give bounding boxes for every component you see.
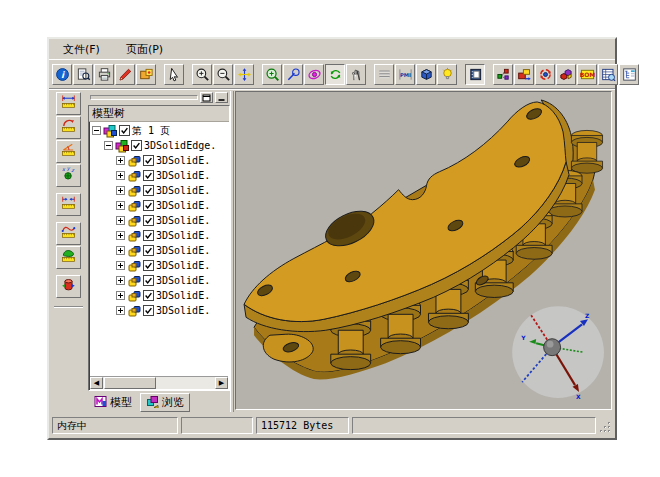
expand-icon[interactable] bbox=[116, 186, 125, 195]
scroll-right-button[interactable]: ▶ bbox=[215, 377, 228, 389]
spin-button[interactable] bbox=[325, 64, 345, 85]
expand-icon[interactable] bbox=[116, 231, 125, 240]
tree-item[interactable]: 3DSolidE. bbox=[90, 153, 228, 168]
expand-icon[interactable] bbox=[116, 246, 125, 255]
tree-item-label: 3DSolidE. bbox=[156, 245, 210, 256]
part-structure-button[interactable] bbox=[493, 64, 513, 85]
zoom-out-button[interactable] bbox=[213, 64, 233, 85]
notebook-button[interactable] bbox=[465, 64, 485, 85]
tree-item-checkbox[interactable] bbox=[143, 230, 154, 241]
expand-icon[interactable] bbox=[116, 216, 125, 225]
expand-icon[interactable] bbox=[116, 291, 125, 300]
viewport-3d[interactable]: Z X Y bbox=[235, 91, 612, 410]
status-cell-memory: 内存中 bbox=[52, 417, 178, 434]
tree-item-label: 3DSolidE. bbox=[156, 305, 210, 316]
scroll-thumb[interactable] bbox=[104, 377, 156, 389]
palette-button[interactable] bbox=[136, 64, 156, 85]
tree-item[interactable]: 3DSolidE. bbox=[90, 273, 228, 288]
part-icon bbox=[127, 259, 141, 273]
tree-item-checkbox[interactable] bbox=[143, 245, 154, 256]
dim-distance-button[interactable] bbox=[56, 193, 81, 216]
expand-icon[interactable] bbox=[116, 156, 125, 165]
view-box-button[interactable] bbox=[416, 64, 436, 85]
panel-hide-button[interactable] bbox=[215, 92, 228, 103]
select-cursor-button[interactable] bbox=[164, 64, 184, 85]
panel-splitter[interactable] bbox=[230, 91, 234, 412]
pan-hand-button[interactable] bbox=[346, 64, 366, 85]
tree-item[interactable]: 3DSolidE. bbox=[90, 198, 228, 213]
collapse-icon[interactable] bbox=[92, 126, 101, 135]
export-icon bbox=[517, 67, 532, 82]
axis-label-y: Y bbox=[520, 334, 526, 341]
info-button[interactable]: i bbox=[52, 64, 72, 85]
tree-item-checkbox[interactable] bbox=[143, 200, 154, 211]
tab-browse[interactable]: 浏览 bbox=[140, 393, 190, 412]
layers-button[interactable] bbox=[374, 64, 394, 85]
tree-item[interactable]: 3DSolidE. bbox=[90, 168, 228, 183]
orientation-trackball[interactable]: Z X Y bbox=[512, 306, 604, 400]
tree-item-checkbox[interactable] bbox=[143, 260, 154, 271]
dim-curve-button[interactable] bbox=[56, 222, 81, 245]
solid-blocks-button[interactable] bbox=[556, 64, 576, 85]
tree-item[interactable]: 第 1 页 bbox=[90, 123, 228, 138]
tree-list-button[interactable] bbox=[619, 64, 639, 85]
export-button[interactable] bbox=[514, 64, 534, 85]
tree-item[interactable]: 3DSolidE. bbox=[90, 243, 228, 258]
panel-gripper[interactable] bbox=[90, 95, 198, 100]
print-button[interactable] bbox=[94, 64, 114, 85]
dim-volume-button[interactable] bbox=[56, 275, 81, 298]
dim-linear-button[interactable] bbox=[56, 92, 81, 115]
markup-pen-button[interactable] bbox=[115, 64, 135, 85]
dim-area-button[interactable] bbox=[56, 246, 81, 269]
print-preview-button[interactable] bbox=[73, 64, 93, 85]
zoom-window-button[interactable] bbox=[262, 64, 282, 85]
tree-horizontal-scrollbar[interactable]: ◀ ▶ bbox=[90, 376, 228, 389]
tree-item-checkbox[interactable] bbox=[143, 305, 154, 316]
bom-button[interactable]: BOM bbox=[577, 64, 597, 85]
panel-restore-button[interactable] bbox=[200, 92, 213, 103]
expand-icon[interactable] bbox=[116, 171, 125, 180]
tree-item-checkbox[interactable] bbox=[143, 275, 154, 286]
tree-item[interactable]: 3DSolidEdge. bbox=[90, 138, 228, 153]
tree-item-checkbox[interactable] bbox=[119, 125, 130, 136]
dim-xyz-button[interactable]: xyz bbox=[56, 164, 81, 187]
tree-item-checkbox[interactable] bbox=[143, 170, 154, 181]
tree-item-checkbox[interactable] bbox=[143, 155, 154, 166]
report-table-button[interactable] bbox=[598, 64, 618, 85]
tree-item[interactable]: 3DSolidE. bbox=[90, 258, 228, 273]
tree-item-checkbox[interactable] bbox=[143, 185, 154, 196]
model-tree-body: 模型树 第 1 页3DSolidEdge.3DSolidE.3DSolidE.3… bbox=[88, 105, 230, 391]
resize-grip[interactable] bbox=[599, 419, 612, 432]
orbit-button[interactable] bbox=[304, 64, 324, 85]
toolbar-separator bbox=[51, 188, 86, 192]
menu-item-0[interactable]: 文件(F) bbox=[61, 40, 102, 59]
scroll-left-button[interactable]: ◀ bbox=[90, 377, 103, 389]
part-icon bbox=[127, 199, 141, 213]
tree-item[interactable]: 3DSolidE. bbox=[90, 288, 228, 303]
browse-tab-icon bbox=[146, 395, 159, 411]
model-tab-icon bbox=[94, 395, 107, 411]
tree-item-checkbox[interactable] bbox=[143, 215, 154, 226]
tree-item[interactable]: 3DSolidE. bbox=[90, 213, 228, 228]
expand-icon[interactable] bbox=[116, 276, 125, 285]
expand-icon[interactable] bbox=[116, 201, 125, 210]
dim-radius-button[interactable] bbox=[56, 116, 81, 139]
lighting-button[interactable] bbox=[437, 64, 457, 85]
tree-item-checkbox[interactable] bbox=[131, 140, 142, 151]
tree-item[interactable]: 3DSolidE. bbox=[90, 303, 228, 318]
expand-icon[interactable] bbox=[116, 261, 125, 270]
tab-model[interactable]: 模型 bbox=[88, 393, 138, 412]
spin-icon bbox=[328, 67, 343, 82]
tree-item[interactable]: 3DSolidE. bbox=[90, 228, 228, 243]
update-button[interactable] bbox=[535, 64, 555, 85]
zoom-in-button[interactable] bbox=[192, 64, 212, 85]
dynamic-zoom-button[interactable] bbox=[283, 64, 303, 85]
tree-item-checkbox[interactable] bbox=[143, 290, 154, 301]
collapse-icon[interactable] bbox=[104, 141, 113, 150]
expand-icon[interactable] bbox=[116, 306, 125, 315]
tree-item[interactable]: 3DSolidE. bbox=[90, 183, 228, 198]
menu-item-1[interactable]: 页面(P) bbox=[124, 40, 165, 59]
pmi-button[interactable]: PMI bbox=[395, 64, 415, 85]
dim-angle-button[interactable] bbox=[56, 140, 81, 163]
pan-button[interactable] bbox=[234, 64, 254, 85]
